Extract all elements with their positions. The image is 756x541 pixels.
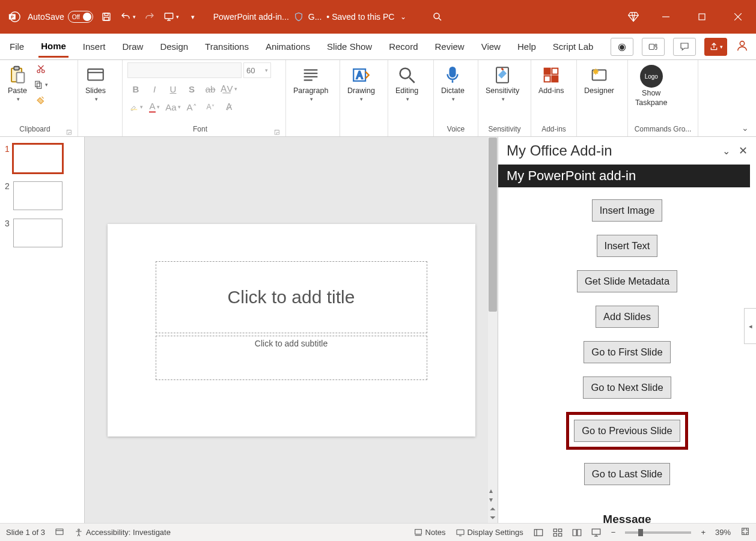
zoom-in-button[interactable]: + — [701, 528, 706, 537]
change-case-button[interactable]: Aa▾ — [165, 100, 181, 114]
tab-file[interactable]: File — [7, 37, 26, 56]
save-status-chevron-icon[interactable]: ⌄ — [400, 13, 406, 21]
slide-counter[interactable]: Slide 1 of 3 — [6, 528, 45, 537]
shrink-font-button[interactable]: A˅ — [202, 100, 219, 114]
tab-transitions[interactable]: Transitions — [203, 37, 251, 56]
tab-draw[interactable]: Draw — [120, 37, 145, 56]
tab-view[interactable]: View — [479, 37, 503, 56]
font-launcher-icon[interactable]: ◲ — [273, 128, 281, 135]
undo-icon[interactable]: ▾ — [120, 8, 136, 25]
comments-button[interactable] — [673, 38, 696, 56]
svg-rect-19 — [14, 67, 19, 70]
taskpane-close-icon[interactable]: ✕ — [739, 144, 748, 157]
svg-rect-50 — [457, 530, 464, 534]
ribbon-collapse-icon[interactable]: ⌄ — [742, 123, 749, 133]
svg-point-21 — [37, 70, 40, 73]
title-placeholder[interactable]: Click to add title — [156, 261, 427, 333]
designer-button[interactable]: Designer — [582, 62, 617, 97]
minimize-button[interactable] — [654, 5, 678, 29]
addins-button[interactable]: Add-ins — [536, 62, 566, 97]
thumbnail-3[interactable]: 3 — [5, 219, 79, 247]
tab-record[interactable]: Record — [386, 37, 420, 56]
normal-view-icon[interactable] — [533, 527, 544, 538]
fit-to-window-icon[interactable] — [740, 527, 750, 538]
taskpane-btn-insert-text[interactable]: Insert Text — [597, 235, 658, 257]
clear-format-button[interactable]: A̷ — [221, 100, 237, 114]
taskpane-menu-icon[interactable]: ⌄ — [722, 145, 730, 157]
paragraph-button[interactable]: Paragraph▾ — [291, 62, 331, 104]
taskpane-collapse-icon[interactable]: ◂ — [744, 308, 756, 344]
taskpane-btn-go-to-last-slide[interactable]: Go to Last Slide — [584, 463, 670, 485]
font-size-combo[interactable]: 60▾ — [243, 62, 271, 78]
underline-button[interactable]: U — [165, 82, 181, 96]
slideshow-view-icon[interactable] — [591, 527, 602, 538]
diamond-icon[interactable] — [625, 8, 642, 25]
qat-customize-icon[interactable]: ▾ — [184, 8, 201, 25]
italic-button[interactable]: I — [146, 82, 163, 96]
zoom-slider[interactable] — [625, 531, 691, 534]
teams-button[interactable] — [642, 38, 665, 56]
slide[interactable]: Click to add title Click to add subtitle — [108, 224, 475, 437]
tab-design[interactable]: Design — [157, 37, 191, 56]
thumbnail-1[interactable]: 1 — [5, 144, 79, 173]
tab-home[interactable]: Home — [38, 36, 69, 58]
accessibility-status[interactable]: Accessibility: Investigate — [74, 528, 171, 537]
reading-view-icon[interactable] — [572, 527, 582, 538]
grow-font-button[interactable]: A˄ — [183, 100, 200, 114]
taskpane-btn-get-slide-metadata[interactable]: Get Slide Metadata — [577, 270, 677, 292]
slides-button[interactable]: Slides▾ — [83, 62, 108, 104]
zoom-percent[interactable]: 39% — [715, 528, 731, 537]
font-color-button[interactable]: A▾ — [146, 100, 163, 114]
notes-button[interactable]: Notes — [413, 528, 446, 537]
slide-canvas[interactable]: Click to add title Click to add subtitle… — [84, 137, 498, 523]
save-icon[interactable] — [98, 8, 115, 25]
thumbnail-2[interactable]: 2 — [5, 181, 79, 210]
char-spacing-button[interactable]: A͟V▾ — [221, 82, 237, 96]
record-button[interactable]: ◉ — [611, 38, 633, 56]
shadow-button[interactable]: S — [183, 82, 200, 96]
language-icon[interactable] — [55, 527, 64, 538]
taskpane-btn-go-to-previous-slide[interactable]: Go to Previous Slide — [574, 420, 680, 442]
font-family-combo[interactable] — [127, 62, 242, 78]
tab-insert[interactable]: Insert — [81, 37, 108, 56]
account-icon[interactable] — [736, 39, 749, 54]
redo-icon[interactable] — [141, 8, 158, 25]
format-painter-icon[interactable] — [34, 94, 48, 107]
bold-button[interactable]: B — [127, 82, 144, 96]
copy-icon[interactable]: ▾ — [34, 78, 48, 91]
svg-point-17 — [740, 41, 744, 46]
strike-button[interactable]: ab — [202, 82, 219, 96]
present-icon[interactable]: ▾ — [163, 8, 180, 25]
maximize-button[interactable] — [690, 5, 714, 29]
autosave-toggle[interactable]: AutoSave Off — [28, 11, 93, 23]
show-taskpane-button[interactable]: Logo Show Taskpane — [633, 62, 670, 109]
paste-button[interactable]: Paste▾ — [5, 62, 30, 104]
highlight-button[interactable]: ▾ — [127, 100, 144, 114]
zoom-out-button[interactable]: − — [611, 528, 616, 537]
tab-review[interactable]: Review — [433, 37, 467, 56]
tab-animations[interactable]: Animations — [263, 37, 312, 56]
tab-script-lab[interactable]: Script Lab — [550, 37, 596, 56]
search-icon[interactable] — [429, 8, 446, 25]
editing-button[interactable]: Editing▾ — [393, 62, 421, 104]
close-button[interactable] — [726, 5, 750, 29]
taskpane-btn-add-slides[interactable]: Add Slides — [596, 306, 659, 328]
taskpane-btn-go-to-next-slide[interactable]: Go to Next Slide — [583, 376, 671, 399]
tab-slide-show[interactable]: Slide Show — [325, 37, 374, 56]
tab-help[interactable]: Help — [515, 37, 538, 56]
drawing-button[interactable]: A Drawing▾ — [345, 62, 377, 104]
taskpane-btn-insert-image[interactable]: Insert Image — [592, 199, 663, 222]
cut-icon[interactable] — [34, 62, 48, 76]
share-button[interactable]: ▾ — [704, 38, 727, 56]
clipboard-launcher-icon[interactable]: ◲ — [65, 128, 73, 135]
svg-text:A: A — [356, 70, 363, 80]
subtitle-placeholder[interactable]: Click to add subtitle — [156, 336, 427, 380]
taskpane-btn-go-to-first-slide[interactable]: Go to First Slide — [584, 341, 670, 363]
logo-icon: Logo — [640, 65, 663, 88]
sensitivity-button[interactable]: Sensitivity▾ — [483, 62, 522, 104]
display-settings-button[interactable]: Display Settings — [456, 528, 523, 537]
save-status: • Saved to this PC — [326, 12, 394, 22]
dictate-button[interactable]: Dictate▾ — [439, 62, 467, 104]
sorter-view-icon[interactable] — [552, 527, 563, 538]
vertical-scrollbar[interactable]: ▴▾⏶⏷ — [488, 137, 498, 523]
